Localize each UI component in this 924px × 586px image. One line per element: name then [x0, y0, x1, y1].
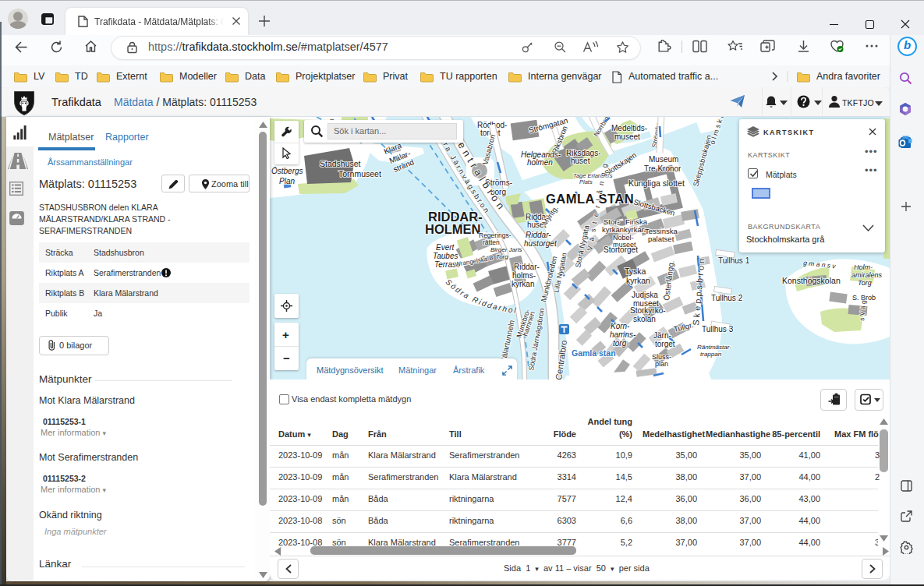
svg-text:Tornmuseet: Tornmuseet	[338, 169, 381, 178]
svg-text:Birger Jarls: Birger Jarls	[490, 246, 522, 253]
svg-text:Räntmästar-: Räntmästar-	[697, 344, 731, 351]
svg-text:Modeller: Modeller	[179, 71, 217, 82]
svg-text:Järn-: Järn-	[653, 331, 671, 340]
svg-text:huset: huset	[571, 157, 590, 165]
svg-text:Tullhus 1: Tullhus 1	[718, 256, 750, 265]
svg-text:Interna genvägar: Interna genvägar	[528, 71, 602, 82]
svg-text:museet: museet	[614, 132, 640, 141]
svg-text:TD: TD	[75, 71, 88, 82]
svg-text:Torg: Torg	[496, 253, 508, 260]
svg-text:trappan: trappan	[700, 351, 722, 358]
svg-text:Privat: Privat	[383, 71, 408, 82]
svg-text:Riddar-: Riddar-	[514, 263, 540, 271]
svg-text:HOLMEN: HOLMEN	[425, 222, 481, 236]
svg-text:amiralens: amiralens	[851, 271, 883, 279]
svg-text:torg: torg	[613, 339, 627, 348]
svg-text:kyrkan: kyrkan	[626, 276, 650, 285]
svg-text:Medeltids-: Medeltids-	[611, 124, 647, 132]
svg-text:kyrkan: kyrkan	[624, 225, 646, 234]
svg-text:Korn-: Korn-	[611, 322, 630, 330]
svg-text:Data: Data	[245, 71, 265, 82]
svg-text:GAMLA STAN: GAMLA STAN	[546, 192, 634, 206]
svg-text:hamns-: hamns-	[610, 330, 636, 339]
svg-text:holms-: holms-	[512, 271, 536, 280]
svg-text:Judiska: Judiska	[632, 291, 658, 299]
svg-text:Plan: Plan	[279, 177, 295, 185]
svg-text:Kungliga slottet: Kungliga slottet	[628, 178, 685, 188]
svg-text:Storkyrko-: Storkyrko-	[630, 306, 666, 315]
svg-text:torget: torget	[655, 340, 675, 348]
svg-text:hustorget: hustorget	[524, 239, 558, 248]
svg-text:Automated traffic a...: Automated traffic a...	[628, 71, 718, 82]
svg-text:Stadshuset: Stadshuset	[320, 159, 361, 168]
svg-text:Projektplatser: Projektplatser	[296, 71, 355, 82]
svg-text:Östbergs: Östbergs	[271, 167, 303, 175]
svg-text:plan: plan	[655, 360, 668, 368]
svg-text:kyrkan: kyrkan	[512, 280, 534, 288]
svg-text:skolan: skolan	[633, 315, 656, 323]
svg-text:Andra favoriter: Andra favoriter	[816, 71, 880, 82]
svg-text:Riddar-: Riddar-	[526, 231, 551, 239]
svg-text:holmen: holmen	[527, 158, 553, 167]
svg-text:Holm-: Holm-	[854, 263, 873, 271]
svg-text:kyrkan: kyrkan	[602, 225, 624, 234]
svg-text:Museum: Museum	[649, 155, 678, 164]
svg-text:LV: LV	[34, 71, 45, 82]
svg-text:TU rapporten: TU rapporten	[440, 71, 497, 82]
svg-text:Tullhus 2: Tullhus 2	[711, 294, 743, 302]
svg-text:Plats: Plats	[579, 178, 593, 185]
svg-text:Evert: Evert	[436, 243, 455, 252]
svg-text:palatset: palatset	[648, 235, 674, 243]
svg-text:Gamla stan: Gamla stan	[572, 348, 616, 358]
svg-text:Externt: Externt	[116, 71, 147, 82]
svg-text:Tre Kronor: Tre Kronor	[644, 164, 681, 173]
svg-text:Tyska: Tyska	[625, 267, 646, 276]
svg-text:Konsthögskolan: Konsthögskolan	[782, 276, 841, 285]
svg-text:rätten: rätten	[483, 238, 500, 246]
svg-text:Tullhus 3: Tullhus 3	[702, 325, 734, 334]
svg-text:Taubes: Taubes	[433, 252, 458, 260]
svg-text:Stortorget: Stortorget	[604, 245, 638, 254]
svg-text:Torg: Torg	[858, 279, 872, 287]
